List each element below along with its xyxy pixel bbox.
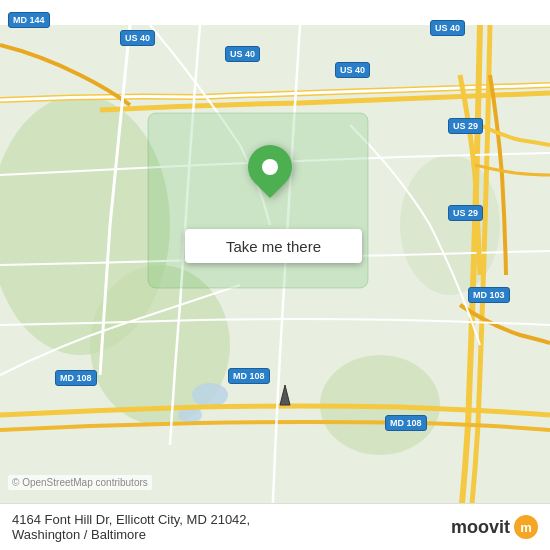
road-badge-md103: MD 103 xyxy=(468,287,510,303)
moovit-icon: m xyxy=(514,515,538,539)
road-badge-us40-1: US 40 xyxy=(120,30,155,46)
road-badge-us40-3: US 40 xyxy=(430,20,465,36)
map-container: MD 144 US 40 US 40 US 40 US 40 US 29 US … xyxy=(0,0,550,550)
address-block: 4164 Font Hill Dr, Ellicott City, MD 210… xyxy=(12,512,250,542)
svg-text:m: m xyxy=(520,520,532,535)
svg-point-5 xyxy=(192,383,228,407)
moovit-wordmark: moovit xyxy=(451,517,510,538)
road-badge-md108-2: MD 108 xyxy=(228,368,270,384)
pin-dot xyxy=(262,159,278,175)
pin-marker xyxy=(239,136,301,198)
take-me-there-button[interactable]: Take me there xyxy=(185,229,362,263)
road-badge-us40-4: US 40 xyxy=(335,62,370,78)
road-badge-md144: MD 144 xyxy=(8,12,50,28)
info-bar: 4164 Font Hill Dr, Ellicott City, MD 210… xyxy=(0,503,550,550)
address-line1: 4164 Font Hill Dr, Ellicott City, MD 210… xyxy=(12,512,250,527)
road-badge-md108-1: MD 108 xyxy=(55,370,97,386)
location-pin xyxy=(248,145,292,189)
moovit-logo: moovit m xyxy=(451,515,538,539)
copyright-notice: © OpenStreetMap contributors xyxy=(8,475,152,490)
map-svg xyxy=(0,0,550,550)
road-badge-us40-2: US 40 xyxy=(225,46,260,62)
road-badge-us29-1: US 29 xyxy=(448,118,483,134)
road-badge-us29-2: US 29 xyxy=(448,205,483,221)
road-badge-md108-3: MD 108 xyxy=(385,415,427,431)
address-line2: Washington / Baltimore xyxy=(12,527,250,542)
